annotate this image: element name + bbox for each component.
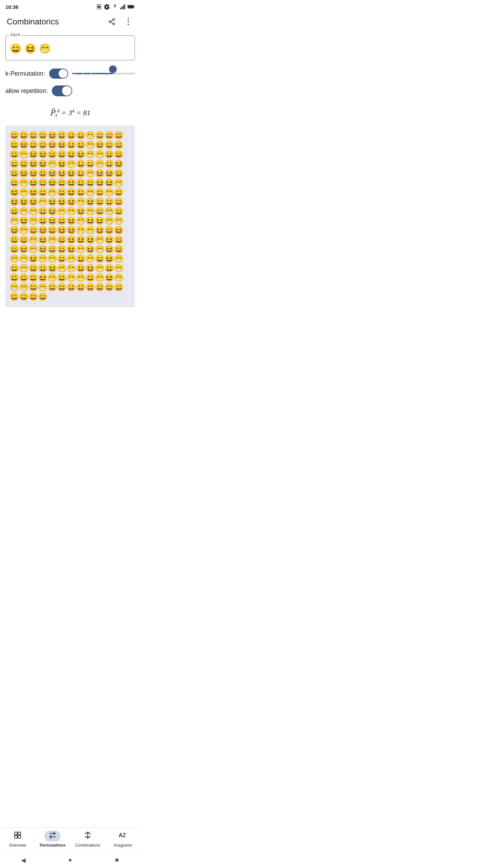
svg-rect-3 <box>122 6 123 9</box>
k-permutation-slider[interactable] <box>72 68 135 79</box>
emoji-cell: 😁 <box>57 207 66 216</box>
emoji-cell: 😁 <box>76 216 85 226</box>
svg-line-12 <box>111 22 113 23</box>
emoji-cell: 😀 <box>95 131 104 140</box>
emoji-cell: 😀 <box>85 159 95 169</box>
emoji-cell: 😆 <box>38 235 47 245</box>
input-content: 😀 😆 😁 <box>10 41 130 56</box>
sim-icon <box>96 4 102 9</box>
emoji-cell: 😀 <box>57 273 66 283</box>
emoji-cell: 😁 <box>28 216 38 226</box>
emoji-cell: 😀 <box>95 207 104 216</box>
emoji-cell: 😆 <box>85 197 95 207</box>
emoji-cell: 😆 <box>28 197 38 207</box>
emoji-cell: 😀 <box>57 131 66 140</box>
emoji-cell: 😆 <box>104 254 114 264</box>
emoji-cell: 😀 <box>95 197 104 207</box>
emoji-cell: 😀 <box>57 235 66 245</box>
emoji-2: 😆 <box>24 43 38 54</box>
emoji-cell: 😀 <box>114 207 123 216</box>
emoji-cell: 😁 <box>57 264 66 273</box>
emoji-cell: 😀 <box>38 131 47 140</box>
emoji-cell: 😀 <box>114 188 123 197</box>
more-button[interactable] <box>121 15 135 28</box>
emoji-cell: 😆 <box>47 169 57 178</box>
emoji-cell: 😀 <box>28 226 38 235</box>
emoji-cell: 😁 <box>95 264 104 273</box>
emoji-cell: 😁 <box>76 273 85 283</box>
emoji-cell: 😀 <box>76 169 85 178</box>
emoji-cell: 😀 <box>76 140 85 150</box>
emoji-cell: 😀 <box>76 188 85 197</box>
emoji-cell: 😀 <box>19 131 28 140</box>
emoji-cell: 😀 <box>104 197 114 207</box>
emoji-cell: 😆 <box>104 178 114 188</box>
emoji-cell: 😀 <box>9 207 19 216</box>
emoji-cell: 😀 <box>19 235 28 245</box>
allow-repetition-toggle[interactable] <box>52 85 72 96</box>
emoji-cell: 😀 <box>28 131 38 140</box>
allow-repetition-row: allow repetition: <box>5 85 135 96</box>
emoji-cell: 😀 <box>76 178 85 188</box>
emoji-cell: 😆 <box>47 140 57 150</box>
emoji-cell: 😆 <box>76 235 85 245</box>
emoji-cell: 😀 <box>28 140 38 150</box>
allow-toggle-thumb <box>62 86 72 96</box>
emoji-cell: 😀 <box>9 264 19 273</box>
emoji-cell: 😆 <box>28 188 38 197</box>
emoji-cell: 😁 <box>47 159 57 169</box>
toggle-thumb <box>59 69 67 78</box>
emoji-cell: 😆 <box>47 264 57 273</box>
emoji-cell: 😀 <box>57 188 66 197</box>
emoji-cell: 😀 <box>57 254 66 264</box>
emoji-cell: 😀 <box>57 150 66 159</box>
k-permutation-toggle[interactable] <box>49 68 68 79</box>
emoji-cell: 😆 <box>9 226 19 235</box>
app-bar: Combinatorics <box>0 12 140 31</box>
emoji-cell: 😀 <box>19 159 28 169</box>
emoji-cell: 😆 <box>28 150 38 159</box>
emoji-cell: 😁 <box>28 235 38 245</box>
emoji-cell: 😀 <box>76 283 85 292</box>
emoji-cell: 😀 <box>114 235 123 245</box>
emoji-cell: 😀 <box>76 264 85 273</box>
emoji-cell: 😆 <box>38 226 47 235</box>
input-container[interactable]: Input 😀 😆 😁 <box>5 35 135 60</box>
emoji-cell: 😁 <box>38 283 47 292</box>
emoji-cell: 😁 <box>19 254 28 264</box>
emoji-cell: 😁 <box>66 207 76 216</box>
emoji-cell: 😀 <box>66 131 76 140</box>
emoji-cell: 😁 <box>66 159 76 169</box>
svg-line-13 <box>111 20 113 21</box>
emoji-cell: 😆 <box>57 169 66 178</box>
emoji-cell: 😆 <box>104 245 114 254</box>
emoji-cell: 😁 <box>19 226 28 235</box>
k-permutation-label: k-Permutation: <box>5 70 45 77</box>
emoji-cell: 😆 <box>38 273 47 283</box>
dot2 <box>82 73 84 74</box>
emoji-cell: 😀 <box>104 159 114 169</box>
emoji-cell: 😆 <box>47 131 57 140</box>
emoji-cell: 😀 <box>9 169 19 178</box>
allow-repetition-label: allow repetition: <box>5 87 48 95</box>
emoji-cell: 😁 <box>95 235 104 245</box>
emoji-cell: 😀 <box>28 283 38 292</box>
emoji-cell: 😆 <box>38 159 47 169</box>
svg-rect-7 <box>134 6 134 8</box>
emoji-cell: 😁 <box>19 207 28 216</box>
emoji-cell: 😁 <box>28 207 38 216</box>
formula-text: P̄34 = 34 = 81 <box>50 108 91 117</box>
emoji-cell: 😁 <box>66 254 76 264</box>
emoji-cell: 😀 <box>38 216 47 226</box>
input-label: Input <box>9 32 22 37</box>
emoji-cell: 😀 <box>104 226 114 235</box>
emoji-cell: 😀 <box>9 245 19 254</box>
svg-rect-8 <box>128 5 133 8</box>
emoji-cell: 😆 <box>28 169 38 178</box>
share-button[interactable] <box>105 15 119 28</box>
emoji-cell: 😆 <box>47 207 57 216</box>
emoji-cell: 😀 <box>28 292 38 302</box>
emoji-cell: 😆 <box>95 216 104 226</box>
emoji-cell: 😆 <box>66 197 76 207</box>
emoji-cell: 😁 <box>114 273 123 283</box>
